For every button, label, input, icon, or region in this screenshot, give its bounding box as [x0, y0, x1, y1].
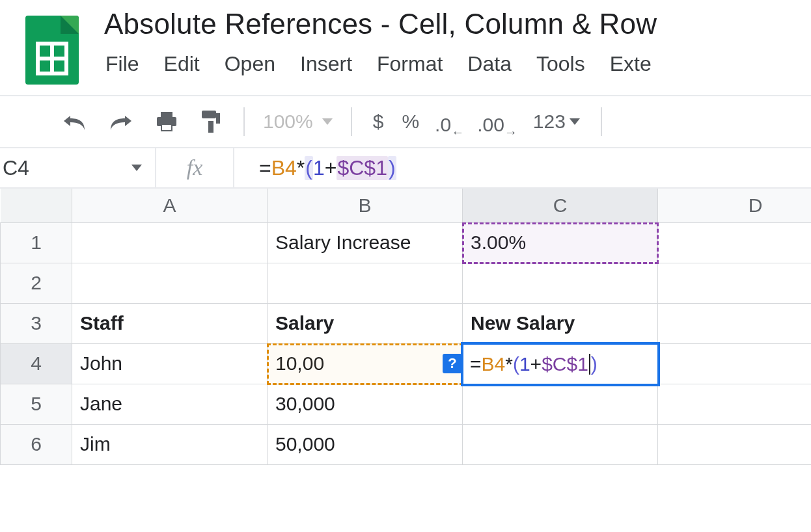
tok-one: 1: [313, 156, 325, 180]
number-format-dropdown[interactable]: 123: [524, 111, 589, 133]
name-box-value: C4: [3, 156, 29, 180]
svg-rect-5: [216, 113, 220, 124]
header: Absolute References - Cell, Column & Row…: [0, 0, 811, 85]
undo-button[interactable]: [51, 96, 98, 147]
svg-rect-4: [202, 111, 216, 118]
zoom-value: 100%: [263, 111, 313, 133]
sheet-grid[interactable]: A B C D 1 Salary Increase 3.00% 2 3 Staf…: [0, 189, 811, 465]
toolbar-separator: [601, 107, 602, 136]
dec00-label: .00: [477, 114, 504, 136]
tok-ref-b4: B4: [271, 156, 297, 180]
app-icon-wrap: [0, 7, 104, 85]
cell-C5[interactable]: [463, 384, 658, 424]
cell-D6[interactable]: [658, 424, 812, 464]
format-percent-button[interactable]: %: [392, 111, 428, 133]
row-header-4[interactable]: 4: [1, 343, 72, 384]
menu-bar: File Edit Open Insert Format Data Tools …: [104, 52, 811, 76]
cell-D1[interactable]: [658, 222, 812, 263]
format-currency-button[interactable]: $: [364, 111, 393, 133]
text-cursor: [589, 354, 590, 375]
cell-D4[interactable]: [658, 343, 812, 384]
cell-A4[interactable]: John: [72, 343, 268, 384]
tok-one: 1: [519, 353, 530, 375]
row-header-3[interactable]: 3: [1, 303, 72, 343]
chevron-down-icon: [570, 118, 580, 125]
dec0-label: .0: [435, 114, 451, 136]
tok-ref-b4: B4: [482, 353, 506, 375]
row-header-6[interactable]: 6: [1, 424, 72, 464]
select-all-corner[interactable]: [1, 189, 72, 222]
decrease-decimal-button[interactable]: .0←: [428, 107, 471, 136]
cell-D3[interactable]: [658, 303, 812, 343]
paint-format-button[interactable]: [189, 96, 232, 147]
cell-D5[interactable]: [658, 384, 812, 424]
toolbar: 100% $ % .0← .00→ 123: [0, 96, 811, 147]
cell-B5[interactable]: 30,000: [268, 384, 463, 424]
cell-A5[interactable]: Jane: [72, 384, 268, 424]
cell-C1[interactable]: 3.00%: [463, 222, 658, 263]
chevron-down-icon: [322, 118, 333, 125]
tok-star: *: [297, 156, 305, 180]
tok-eq: =: [470, 353, 482, 375]
zoom-dropdown[interactable]: 100%: [256, 111, 339, 133]
cell-C3[interactable]: New Salary: [463, 303, 658, 343]
tok-abs-c1: $C$1: [542, 353, 588, 375]
menu-file[interactable]: File: [105, 52, 139, 76]
cell-B3[interactable]: Salary: [268, 303, 463, 343]
svg-rect-3: [162, 125, 171, 130]
fx-icon: fx: [156, 148, 234, 187]
menu-extensions[interactable]: Exte: [610, 52, 652, 76]
menu-edit[interactable]: Edit: [164, 52, 200, 76]
tok-abs-c1: $C$1: [337, 156, 388, 180]
cell-D2[interactable]: [658, 263, 812, 303]
active-cell-editor[interactable]: = B4 * ( 1 + $C$1 ): [461, 342, 660, 386]
name-box[interactable]: C4: [0, 148, 156, 187]
chevron-down-icon: [131, 165, 142, 171]
formula-bar: C4 fx = B4 * ( 1 + $C$1 ): [0, 147, 811, 189]
col-header-A[interactable]: A: [72, 189, 268, 222]
cell-B1[interactable]: Salary Increase: [268, 222, 463, 263]
col-header-C[interactable]: C: [463, 189, 658, 222]
tok-rparen: ): [388, 156, 396, 180]
toolbar-separator: [351, 107, 352, 136]
tok-plus: +: [530, 353, 542, 375]
toolbar-separator: [243, 107, 245, 136]
cell-B2[interactable]: [268, 263, 463, 303]
cell-B4[interactable]: 10,00: [268, 343, 463, 384]
menu-open[interactable]: Open: [225, 52, 275, 76]
arrow-right-icon: →: [504, 126, 517, 139]
menu-data[interactable]: Data: [467, 52, 512, 76]
col-header-D[interactable]: D: [658, 189, 812, 222]
redo-button[interactable]: [98, 96, 144, 147]
tok-rparen: ): [591, 353, 598, 375]
formula-input[interactable]: = B4 * ( 1 + $C$1 ): [234, 156, 811, 180]
cell-C2[interactable]: [463, 263, 658, 303]
tok-eq: =: [259, 156, 271, 180]
svg-rect-6: [208, 121, 213, 133]
row-header-2[interactable]: 2: [1, 263, 72, 303]
menu-tools[interactable]: Tools: [536, 52, 585, 76]
document-title[interactable]: Absolute References - Cell, Column & Row: [104, 8, 811, 40]
tok-plus: +: [325, 156, 337, 180]
cell-C6[interactable]: [463, 424, 658, 464]
numfmt-label: 123: [533, 111, 566, 133]
tok-star: *: [505, 353, 513, 375]
menu-insert[interactable]: Insert: [300, 52, 352, 76]
tok-lparen: (: [305, 156, 313, 180]
col-header-B[interactable]: B: [268, 189, 463, 222]
cell-A1[interactable]: [72, 222, 268, 263]
cell-A3[interactable]: Staff: [72, 303, 268, 343]
sheets-icon[interactable]: [25, 16, 79, 85]
cell-A2[interactable]: [72, 263, 268, 303]
cell-A6[interactable]: Jim: [72, 424, 268, 464]
svg-rect-0: [161, 112, 172, 117]
print-button[interactable]: [144, 96, 189, 147]
row-header-5[interactable]: 5: [1, 384, 72, 424]
formula-hint-icon[interactable]: ?: [443, 354, 462, 373]
arrow-left-icon: ←: [451, 126, 464, 139]
tok-lparen: (: [513, 353, 519, 375]
menu-format[interactable]: Format: [377, 52, 443, 76]
increase-decimal-button[interactable]: .00→: [471, 107, 524, 136]
row-header-1[interactable]: 1: [1, 222, 72, 263]
cell-B6[interactable]: 50,000: [268, 424, 463, 464]
